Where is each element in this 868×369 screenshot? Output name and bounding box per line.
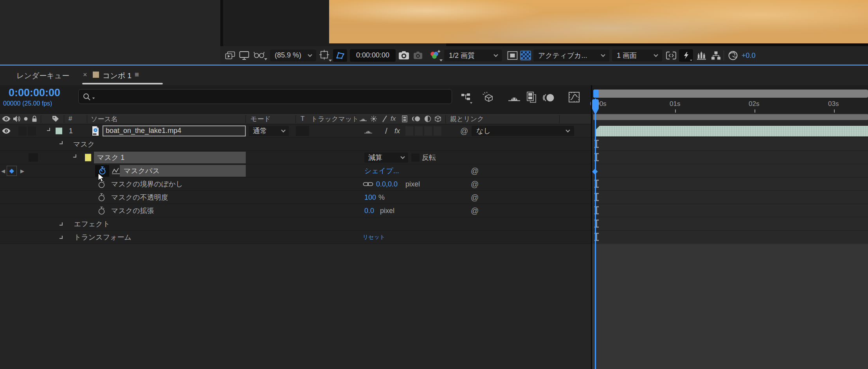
motion-blur-icon[interactable] <box>542 93 555 102</box>
layer-duration-bar[interactable] <box>595 126 868 136</box>
show-channels-icon[interactable] <box>429 50 441 61</box>
mask-feather-row[interactable]: マスクの境界のぼかし 0.0,0.0 pixel @ <box>0 177 591 191</box>
panel-menu-icon[interactable]: ≡ <box>135 70 139 79</box>
mask-color-swatch[interactable] <box>85 154 91 161</box>
keyframe-toggle-box[interactable]: ◆ <box>7 166 17 176</box>
panel-divider[interactable] <box>220 0 223 47</box>
tab-render-queue[interactable]: レンダーキュー <box>16 71 69 81</box>
magnification-dropdown[interactable]: (85.9 %) <box>270 50 316 61</box>
group-collapsed-chevron-icon[interactable] <box>59 236 63 239</box>
mask1-row[interactable]: マスク 1 減算 反転 <box>0 151 591 164</box>
effects-group-row[interactable]: エフェクト <box>0 217 591 231</box>
graph-toggle-icon[interactable] <box>111 167 121 175</box>
mirror-monitor-icon[interactable] <box>239 51 249 60</box>
view-layout-dropdown[interactable]: 1 画面 <box>612 50 662 61</box>
time-ruler[interactable]: 0:00s 01s 02s 03s <box>592 99 868 113</box>
masks-group-row[interactable]: マスク <box>0 138 591 151</box>
masks-group-label[interactable]: マスク <box>73 140 95 149</box>
exposure-value[interactable]: +0.0 <box>742 51 756 59</box>
timeline-navigator-bar[interactable] <box>593 90 868 98</box>
search-options-icon[interactable] <box>92 98 95 99</box>
timeline-button-icon[interactable] <box>696 51 707 60</box>
fast-previews-button[interactable] <box>679 49 693 62</box>
comp-label-swatch[interactable] <box>93 72 99 78</box>
playhead-line[interactable] <box>595 99 596 369</box>
search-input[interactable] <box>78 89 452 104</box>
group-collapsed-chevron-icon[interactable] <box>59 222 63 226</box>
next-keyframe-icon[interactable]: ▶ <box>20 168 24 174</box>
playhead-head[interactable] <box>591 99 600 116</box>
blend-mode-dropdown[interactable]: 通常 <box>249 126 289 136</box>
mask-mode-dropdown[interactable]: 減算 <box>364 152 408 163</box>
mask-path-label[interactable]: マスクパス <box>124 166 160 176</box>
transform-reset-link[interactable]: リセット <box>363 234 385 241</box>
link-dimensions-icon[interactable] <box>363 181 373 187</box>
region-of-interest-icon[interactable] <box>507 51 518 60</box>
layer-fx-badge[interactable]: fx <box>394 127 400 135</box>
layer-shy-icon[interactable] <box>364 128 373 134</box>
tab-close-icon[interactable]: × <box>83 71 87 79</box>
flowchart-button-icon[interactable] <box>711 51 721 60</box>
mask-feather-label[interactable]: マスクの境界のぼかし <box>111 179 183 189</box>
mask-feather-value[interactable]: 0.0,0.0 <box>376 180 398 188</box>
layer-quality-toggle[interactable]: / <box>385 126 387 136</box>
column-timeline-divider[interactable] <box>591 85 592 369</box>
reset-exposure-icon[interactable] <box>728 50 738 60</box>
mask-expansion-label[interactable]: マスクの拡張 <box>111 206 154 215</box>
transform-label[interactable]: トランスフォーム <box>74 233 131 242</box>
view-options-icon[interactable] <box>253 51 265 60</box>
mask-expansion-value[interactable]: 0.0 <box>364 206 374 215</box>
mask-path-row[interactable]: ◀ ◆ ▶ マスクパス シェイプ... @ <box>0 164 591 177</box>
graph-editor-icon[interactable] <box>568 91 580 103</box>
preview-time-display[interactable]: 0:00:00:00 <box>350 49 396 62</box>
pickwhip-icon[interactable]: @ <box>471 179 479 188</box>
always-preview-icon[interactable] <box>225 51 235 60</box>
share-view-icon[interactable] <box>666 51 677 60</box>
mask-path-value[interactable]: シェイプ... <box>364 166 399 176</box>
navigator-start-handle[interactable] <box>593 90 598 98</box>
current-timecode[interactable]: 0:00:00:00 <box>9 87 60 99</box>
show-snapshot-icon[interactable] <box>413 51 423 60</box>
parent-pickwhip-icon[interactable]: @ <box>460 126 468 135</box>
transform-group-row[interactable]: トランスフォーム リセット <box>0 231 591 244</box>
source-name-column-header[interactable]: ソース名 <box>91 115 118 124</box>
mask-path-keyframe-icon[interactable]: ◆ <box>592 167 598 176</box>
solo-toggle-cell[interactable] <box>18 126 27 135</box>
work-area-bar[interactable] <box>593 114 868 120</box>
comp-mini-flowchart-icon[interactable] <box>461 93 471 103</box>
resolution-dropdown[interactable]: 1/2 画質 <box>444 50 502 61</box>
lock-toggle-cell[interactable] <box>28 126 36 135</box>
snapshot-camera-icon[interactable] <box>398 51 409 60</box>
tab-comp[interactable]: コンポ 1 <box>103 71 131 81</box>
layer-expand-chevron-icon[interactable] <box>47 128 50 131</box>
switch-cell[interactable] <box>405 126 413 136</box>
toggle-mask-visibility-button[interactable] <box>333 49 347 62</box>
mask-expansion-row[interactable]: マスクの拡張 0.0 pixel @ <box>0 204 591 217</box>
stopwatch-icon[interactable] <box>98 206 105 215</box>
group-expand-chevron-icon[interactable] <box>59 141 63 144</box>
draft-3d-icon[interactable] <box>482 91 495 103</box>
effects-label[interactable]: エフェクト <box>74 219 110 229</box>
invert-checkbox[interactable] <box>411 153 420 161</box>
mask-target-cell[interactable] <box>29 153 38 162</box>
pickwhip-icon[interactable]: @ <box>471 166 479 175</box>
frame-blending-icon[interactable] <box>526 91 537 103</box>
switch-cell[interactable] <box>434 126 441 136</box>
stopwatch-icon[interactable] <box>98 193 105 202</box>
layer-row[interactable]: 1 boat_on_the_lake1.mp4 通常 / fx @ なし <box>0 124 591 138</box>
3d-view-dropdown[interactable]: アクティブカ... <box>533 50 609 61</box>
mask-expand-chevron-icon[interactable] <box>73 154 76 158</box>
mask-opacity-row[interactable]: マスクの不透明度 100 % @ <box>0 191 591 204</box>
parent-dropdown[interactable]: なし <box>472 126 574 136</box>
switch-cell[interactable] <box>415 126 423 136</box>
grid-guides-icon[interactable] <box>319 49 330 61</box>
prev-keyframe-icon[interactable]: ◀ <box>1 168 5 174</box>
layer-visibility-eye-icon[interactable] <box>2 128 11 134</box>
mask-opacity-value[interactable]: 100 <box>364 193 376 201</box>
layer-label-swatch[interactable] <box>56 127 62 134</box>
pickwhip-icon[interactable]: @ <box>471 193 479 202</box>
transparency-grid-icon[interactable] <box>520 50 531 60</box>
mask1-label[interactable]: マスク 1 <box>97 153 124 162</box>
mask-opacity-label[interactable]: マスクの不透明度 <box>111 193 168 202</box>
parent-link-column-header[interactable]: 親とリンク <box>450 115 484 124</box>
